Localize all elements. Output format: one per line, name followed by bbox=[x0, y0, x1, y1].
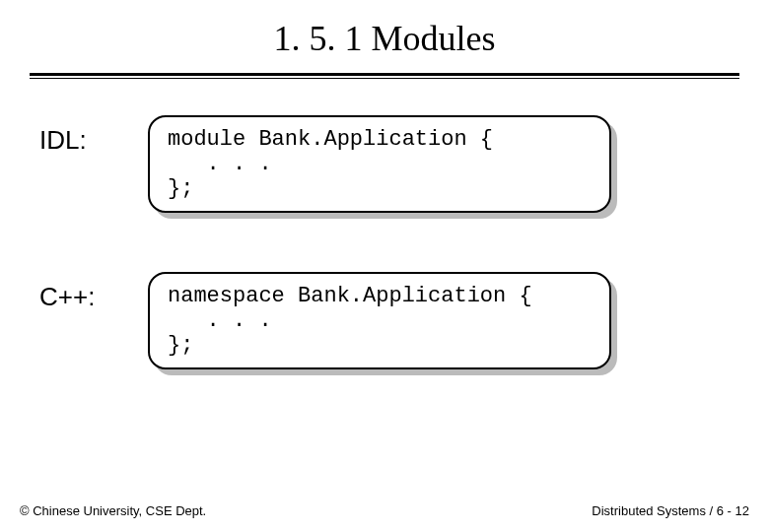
code-row: IDL: module Bank.Application { . . . }; bbox=[39, 115, 769, 213]
row-label: C++: bbox=[39, 272, 148, 312]
title-divider bbox=[30, 73, 739, 76]
content-area: IDL: module Bank.Application { . . . }; … bbox=[0, 76, 769, 369]
code-box: namespace Bank.Application { . . . }; bbox=[148, 272, 611, 369]
footer-left: © Chinese University, CSE Dept. bbox=[20, 503, 206, 518]
row-label: IDL: bbox=[39, 115, 148, 156]
code-box: module Bank.Application { . . . }; bbox=[148, 115, 611, 213]
code-box-wrapper: module Bank.Application { . . . }; bbox=[148, 115, 611, 213]
code-row: C++: namespace Bank.Application { . . . … bbox=[39, 272, 769, 369]
slide-title: 1. 5. 1 Modules bbox=[0, 0, 769, 73]
footer: © Chinese University, CSE Dept. Distribu… bbox=[20, 503, 749, 518]
footer-right: Distributed Systems / 6 - 12 bbox=[592, 503, 749, 518]
code-box-wrapper: namespace Bank.Application { . . . }; bbox=[148, 272, 611, 369]
